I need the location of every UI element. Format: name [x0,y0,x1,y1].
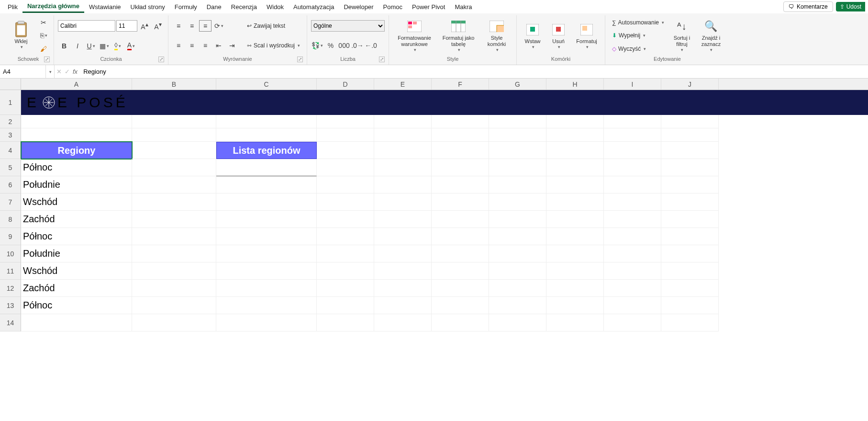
cell[interactable] [432,245,489,262]
cell[interactable]: Wschód [21,262,132,280]
number-launcher[interactable]: ⤢ [379,57,385,62]
tab-uklad-strony[interactable]: Układ strony [126,1,170,12]
cell[interactable] [216,128,317,142]
cell[interactable] [546,142,604,159]
cell[interactable] [317,193,374,211]
cell[interactable] [432,314,489,331]
cell[interactable] [489,159,546,176]
cell[interactable] [374,128,432,142]
cell[interactable] [604,245,661,262]
cell[interactable] [132,245,216,262]
cell[interactable] [604,297,661,314]
cell[interactable]: Zachód [21,211,132,228]
cell[interactable] [604,314,661,331]
cell[interactable] [546,297,604,314]
delete-cells-button[interactable]: Usuń▾ [546,20,570,52]
cell[interactable] [132,211,216,228]
col-header-h[interactable]: H [546,79,604,90]
cut-button[interactable]: ✂ [37,17,50,28]
cell[interactable] [546,115,604,128]
wrap-text-button[interactable]: ↩Zawijaj tekst [244,22,303,30]
fill-button[interactable]: ⬇Wypełnij▾ [609,31,667,40]
cell[interactable] [604,142,661,159]
cell[interactable] [432,128,489,142]
cell[interactable] [216,211,317,228]
clipboard-launcher[interactable]: ⤢ [44,57,50,62]
cell[interactable] [432,280,489,297]
cell-c4-header[interactable]: Lista regionów [216,142,317,159]
cell[interactable] [489,193,546,211]
format-as-table-button[interactable]: Formatuj jako tabelę▾ [438,17,479,55]
cell[interactable] [546,159,604,176]
cell[interactable] [489,176,546,193]
col-header-d[interactable]: D [317,79,374,90]
col-header-j[interactable]: J [661,79,719,90]
align-middle-button[interactable]: ≡ [186,20,198,32]
cell[interactable] [374,211,432,228]
cell[interactable] [661,228,719,245]
col-header-a[interactable]: A [21,79,132,90]
row-header-8[interactable]: 8 [0,211,21,228]
cell-a4-header[interactable]: Regiony [21,142,132,159]
conditional-formatting-button[interactable]: Formatowanie warunkowe▾ [393,17,436,55]
cell[interactable] [21,115,132,128]
row-header-7[interactable]: 7 [0,193,21,211]
cell[interactable] [489,262,546,280]
cell[interactable] [546,176,604,193]
cell[interactable] [317,159,374,176]
tab-dane[interactable]: Dane [202,1,226,12]
borders-button[interactable]: ▦▾ [98,40,111,52]
name-box-dropdown[interactable]: ▾ [46,65,55,78]
enter-formula-icon[interactable]: ✓ [65,68,70,75]
comments-button[interactable]: 🗨 Komentarze [783,1,833,12]
align-left-button[interactable]: ≡ [172,40,185,51]
name-box[interactable] [0,65,46,78]
autosum-button[interactable]: ∑Autosumowanie▾ [609,18,667,27]
copy-button[interactable]: ⎘▾ [37,30,50,41]
tab-narzedzia-glowne[interactable]: Narzędzia główne [22,0,84,13]
cell[interactable] [216,245,317,262]
row-header-1[interactable]: 1 [0,90,21,115]
font-size-input[interactable] [116,20,137,32]
cell[interactable] [317,280,374,297]
increase-decimal-button[interactable]: .0→ [351,40,364,51]
currency-button[interactable]: 💱▾ [311,40,323,51]
cell[interactable] [661,211,719,228]
font-name-input[interactable] [58,20,115,32]
cell[interactable] [21,314,132,331]
cell[interactable] [661,297,719,314]
tab-formuly[interactable]: Formuły [170,1,202,12]
cell[interactable] [661,115,719,128]
cell[interactable] [132,142,216,159]
col-header-i[interactable]: I [604,79,661,90]
cell[interactable]: Wschód [21,193,132,211]
cell[interactable] [317,297,374,314]
cell[interactable] [546,228,604,245]
cell[interactable] [604,228,661,245]
cell[interactable] [374,176,432,193]
row-header-11[interactable]: 11 [0,262,21,280]
cell[interactable] [432,176,489,193]
cell[interactable] [604,280,661,297]
decrease-indent-button[interactable]: ⇤ [212,40,225,51]
cell[interactable] [546,262,604,280]
row-header-14[interactable]: 14 [0,314,21,331]
comma-button[interactable]: 000 [338,40,350,51]
row-header-6[interactable]: 6 [0,176,21,193]
row-header-3[interactable]: 3 [0,128,21,142]
cell[interactable] [604,115,661,128]
col-header-e[interactable]: E [374,79,432,90]
cell[interactable] [317,176,374,193]
cell[interactable] [216,159,317,176]
insert-cells-button[interactable]: Wstaw▾ [521,20,545,52]
decrease-font-button[interactable]: A▾ [152,20,164,32]
cell[interactable] [546,211,604,228]
cell[interactable] [432,159,489,176]
cell[interactable] [132,314,216,331]
font-color-button[interactable]: A▾ [125,40,137,52]
cell[interactable] [432,211,489,228]
align-top-button[interactable]: ≡ [172,20,185,32]
tab-pomoc[interactable]: Pomoc [378,1,407,12]
percent-button[interactable]: % [324,40,337,51]
align-center-button[interactable]: ≡ [186,40,198,51]
